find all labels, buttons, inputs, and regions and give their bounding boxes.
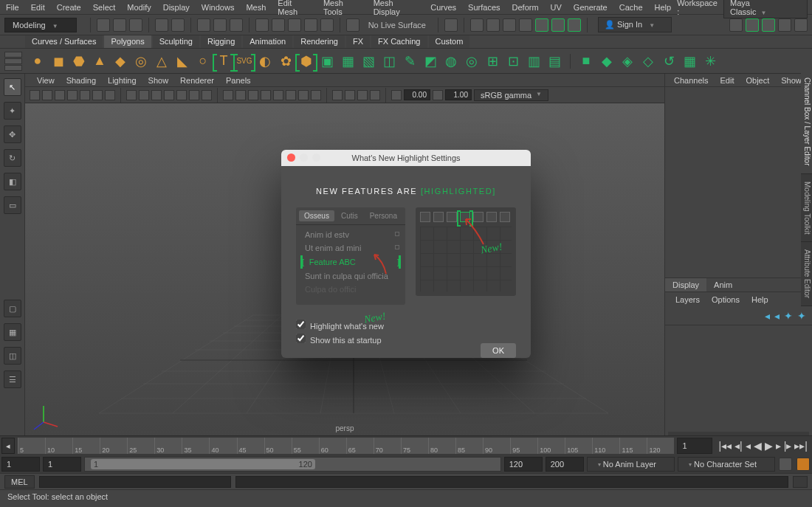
hl-icon-2[interactable] [551,18,565,32]
command-input[interactable] [39,476,231,488]
target-weld-icon[interactable]: ⊡ [505,53,521,69]
render-settings-icon[interactable] [503,18,516,32]
vp-icon[interactable] [164,90,174,100]
vp-icon[interactable] [370,90,380,100]
vp-icon[interactable] [298,90,309,100]
vp-icon[interactable] [223,90,233,100]
bridge-icon[interactable]: ◫ [381,53,397,69]
snap-grid-icon[interactable] [255,18,269,32]
save-scene-icon[interactable] [129,18,142,32]
ipr-render-icon[interactable] [486,18,500,32]
chan-menu-object[interactable]: Object [741,75,774,86]
combine-icon[interactable]: ▣ [319,53,335,69]
range-start-inner[interactable]: 1 [1,457,40,472]
bevel-icon[interactable]: ◩ [422,53,438,69]
menu-edit[interactable]: Edit [25,1,51,14]
vp-icon[interactable] [92,90,103,100]
vp-icon[interactable] [55,90,65,100]
layer-menu-options[interactable]: Options [707,294,744,306]
range-end-outer[interactable]: 200 [546,457,584,472]
layer-down-icon[interactable]: ◂ [774,310,780,322]
menu-select[interactable]: Select [87,1,122,14]
chan-menu-edit[interactable]: Edit [715,75,738,86]
poly-svg-icon[interactable]: SVG [236,53,252,69]
vp-icon[interactable] [332,90,343,100]
poly-plane-icon[interactable]: ◆ [112,53,128,69]
vp-icon[interactable] [235,90,246,100]
shelf-tab-curves[interactable]: Curves / Surfaces [25,35,103,48]
window-zoom-icon[interactable] [312,154,320,162]
layout-icon-3[interactable] [762,18,775,32]
poly-soccer-icon[interactable]: ⬢ [298,53,314,69]
ok-button[interactable]: OK [481,343,516,358]
panel-menu-renderer[interactable]: Renderer [174,75,220,86]
menu-deform[interactable]: Deform [506,1,545,14]
open-scene-icon[interactable] [113,18,126,32]
range-slider[interactable]: 1120 [84,457,501,472]
layer-new-icon[interactable]: ✦ [784,310,793,322]
shelf-mini-nav[interactable] [4,52,22,71]
menu-edit-mesh[interactable]: Edit Mesh [272,0,317,18]
poly-pipe-icon[interactable]: ○ [195,53,211,69]
vp-icon[interactable] [67,90,78,100]
vp-icon[interactable] [345,90,355,100]
poly-cone-icon[interactable]: ▲ [92,53,108,69]
construction-history-icon[interactable] [444,18,458,32]
select-hierarchy-icon[interactable] [197,18,210,32]
layer-menu-help[interactable]: Help [747,294,773,306]
poly-gear-icon[interactable]: ✿ [278,53,294,69]
vp-icon[interactable] [202,90,212,100]
layout-icon-2[interactable] [746,18,759,32]
outliner-icon[interactable]: ☰ [4,370,21,388]
select-tool-icon[interactable]: ↖ [4,78,21,96]
tool-icon-c[interactable]: ◈ [619,53,636,69]
vp-icon[interactable] [126,90,137,100]
new-scene-icon[interactable] [97,18,110,32]
menu-mesh-tools[interactable]: Mesh Tools [317,0,368,18]
time-ruler[interactable]: 5101520253035404550556065707580859095100… [18,438,674,454]
vp-icon[interactable] [433,90,443,100]
play-fwd-icon[interactable]: ▶ [765,440,773,452]
current-frame-field[interactable]: 1 [677,438,712,454]
vp-icon[interactable] [286,90,296,100]
tab-channel-box[interactable]: Channel Box / Layer Editor [801,70,812,174]
vp-icon[interactable] [176,90,187,100]
layer-add-icon[interactable]: ✦ [797,310,806,322]
layers-list[interactable] [665,325,812,435]
panel-menu-show[interactable]: Show [142,75,175,86]
mode-dropdown[interactable]: Modeling ▼ [4,18,77,32]
layer-up-icon[interactable]: ◂ [765,310,770,322]
demo-tab-0[interactable]: Osseus [299,210,334,221]
tool-icon-b[interactable]: ◆ [599,53,615,69]
last-tool-icon[interactable]: ▭ [4,196,21,214]
hl-icon-3[interactable] [568,18,581,32]
subdiv-icon[interactable]: ◎ [464,53,480,69]
menu-uv[interactable]: UV [545,1,568,14]
shelf-tab-rigging[interactable]: Rigging [201,35,241,48]
exposure-field[interactable]: 0.00 [404,89,430,100]
poly-pyramid-icon[interactable]: ◣ [174,53,190,69]
window-close-icon[interactable] [287,154,295,162]
play-back-icon[interactable]: ◀ [754,440,762,452]
demo-tab-1[interactable]: Cutis [336,210,363,221]
redo-icon[interactable] [171,18,185,32]
vp-icon[interactable] [391,90,402,100]
anim-layer-dropdown[interactable]: ▾ No Anim Layer [587,457,675,472]
script-editor-button[interactable] [793,476,808,488]
tool-icon-a[interactable]: ■ [578,53,594,69]
vp-icon[interactable] [189,90,199,100]
shelf-tab-animation[interactable]: Animation [243,35,292,48]
crease-icon[interactable]: ▤ [546,53,562,69]
layout-icon-5[interactable] [794,18,808,32]
scale-tool-icon[interactable]: ◧ [4,173,21,190]
sign-in-button[interactable]: 👤 Sign In ▼ [598,17,672,32]
layer-menu-layers[interactable]: Layers [671,294,704,306]
snap-point-icon[interactable] [288,18,301,32]
panel-menu-view[interactable]: View [31,75,61,86]
range-start-outer[interactable]: 1 [43,457,81,472]
chan-menu-channels[interactable]: Channels [670,75,712,86]
shelf-tab-custom[interactable]: Custom [429,35,470,48]
workspace-dropdown[interactable]: Maya Classic▼ [723,0,808,18]
gamma-field[interactable]: 1.00 [445,89,472,100]
step-back-icon[interactable]: ◂ [746,440,751,452]
